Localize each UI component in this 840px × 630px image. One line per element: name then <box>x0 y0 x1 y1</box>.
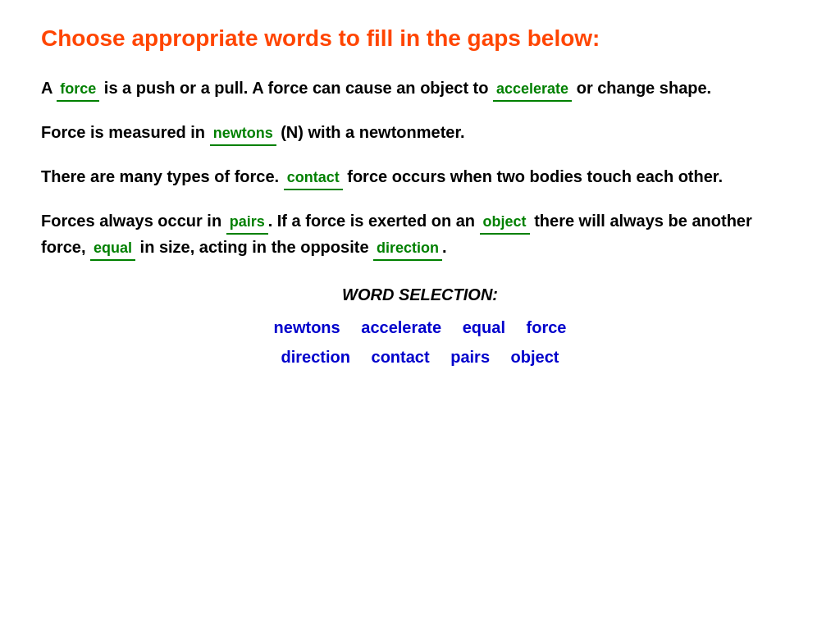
word-object: object <box>511 342 559 372</box>
filled-word-direction: direction <box>373 237 442 261</box>
word-accelerate: accelerate <box>361 313 441 342</box>
word-list-row1: newtons accelerate equal force <box>41 313 799 342</box>
filled-word-contact: contact <box>284 167 343 190</box>
word-list-row2: direction contact pairs object <box>41 342 799 372</box>
filled-word-accelerate: accelerate <box>493 78 572 102</box>
paragraph-3: There are many types of force. contact f… <box>41 164 799 190</box>
word-selection-section: WORD SELECTION: newtons accelerate equal… <box>41 285 799 372</box>
word-force: force <box>527 313 567 342</box>
content-area: A force is a push or a pull. A force can… <box>41 75 799 261</box>
word-newtons: newtons <box>274 313 340 342</box>
filled-word-newtons: newtons <box>210 122 276 146</box>
word-contact: contact <box>372 342 430 372</box>
word-selection-title: WORD SELECTION: <box>41 285 799 304</box>
filled-word-pairs: pairs <box>226 211 268 235</box>
word-pairs: pairs <box>450 342 490 372</box>
filled-word-object: object <box>480 211 530 235</box>
word-equal: equal <box>463 313 505 342</box>
word-direction: direction <box>281 342 350 372</box>
paragraph-1: A force is a push or a pull. A force can… <box>41 75 799 102</box>
page-title: Choose appropriate words to fill in the … <box>41 25 799 52</box>
filled-word-force-1: force <box>57 78 99 102</box>
filled-word-equal: equal <box>90 237 135 261</box>
paragraph-2: Force is measured in newtons (N) with a … <box>41 120 799 146</box>
paragraph-4: Forces always occur in pairs. If a force… <box>41 208 799 261</box>
